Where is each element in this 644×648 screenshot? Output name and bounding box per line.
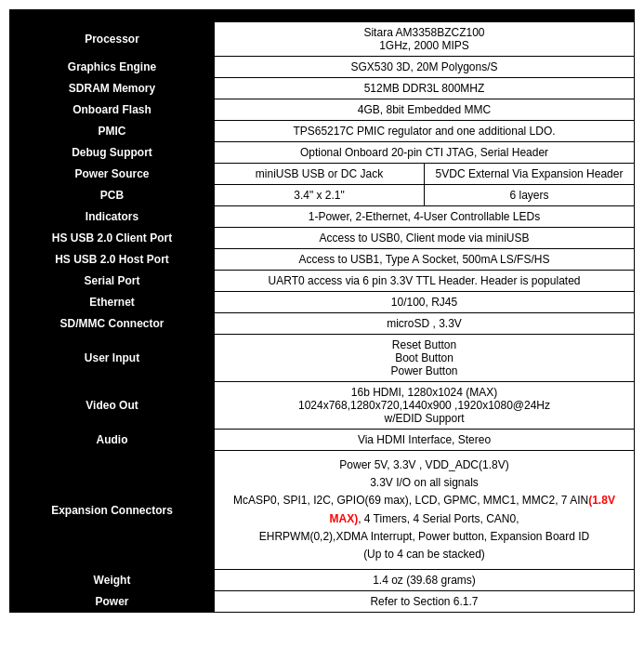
row-label: Power Source	[10, 164, 215, 185]
row-value: Access to USB0, Client mode via miniUSB	[215, 228, 635, 249]
expansion-line5: (Up to 4 can be stacked)	[222, 546, 626, 563]
row-value: Reset ButtonBoot ButtonPower Button	[215, 335, 635, 382]
row-label: HS USB 2.0 Client Port	[10, 228, 215, 249]
table-row: HS USB 2.0 Client PortAccess to USB0, Cl…	[10, 228, 635, 249]
row-value-col2: 6 layers	[425, 185, 635, 205]
table-row: User InputReset ButtonBoot ButtonPower B…	[10, 335, 635, 382]
table-header-row	[10, 10, 635, 22]
row-label: PCB	[10, 185, 215, 206]
table-row: Graphics EngineSGX530 3D, 20M Polygons/S	[10, 57, 635, 78]
row-label: Debug Support	[10, 142, 215, 164]
table-row: Expansion ConnectorsPower 5V, 3.3V , VDD…	[10, 451, 635, 570]
expansion-line4: EHRPWM(0,2),XDMA Interrupt, Power button…	[222, 528, 626, 546]
row-label: SD/MMC Connector	[10, 313, 215, 335]
row-value: Sitara AM3358BZCZ1001GHz, 2000 MIPS	[215, 22, 635, 57]
expansion-line3: McASP0, SPI1, I2C, GPIO(69 max), LCD, GP…	[222, 492, 626, 527]
table-row: Onboard Flash4GB, 8bit Embedded MMC	[10, 99, 635, 121]
row-label: Indicators	[10, 206, 215, 228]
row-value: Optional Onboard 20-pin CTI JTAG, Serial…	[215, 142, 635, 164]
table-row: Video Out16b HDMI, 1280x1024 (MAX)1024x7…	[10, 382, 635, 430]
row-label: Ethernet	[10, 292, 215, 313]
row-value: 3.4" x 2.1"6 layers	[215, 185, 635, 206]
table-row: HS USB 2.0 Host PortAccess to USB1, Type…	[10, 249, 635, 271]
row-label: Expansion Connectors	[10, 451, 215, 570]
table-row: Weight1.4 oz (39.68 grams)	[10, 570, 635, 591]
row-label: SDRAM Memory	[10, 78, 215, 99]
expansion-red-warning: (1.8V MAX)	[329, 494, 614, 524]
row-label: User Input	[10, 335, 215, 382]
table-row: SD/MMC ConnectormicroSD , 3.3V	[10, 313, 635, 335]
spec-table: ProcessorSitara AM3358BZCZ1001GHz, 2000 …	[9, 9, 635, 613]
row-label: Power	[10, 591, 215, 613]
row-label: Onboard Flash	[10, 99, 215, 121]
row-label: Processor	[10, 22, 215, 57]
feature-header	[10, 10, 635, 22]
row-label: Serial Port	[10, 271, 215, 292]
row-label: HS USB 2.0 Host Port	[10, 249, 215, 271]
row-value: microSD , 3.3V	[215, 313, 635, 335]
table-row: SDRAM Memory512MB DDR3L 800MHZ	[10, 78, 635, 99]
row-value: 512MB DDR3L 800MHZ	[215, 78, 635, 99]
row-value: 1.4 oz (39.68 grams)	[215, 570, 635, 591]
table-row: Serial PortUART0 access via 6 pin 3.3V T…	[10, 271, 635, 292]
row-value: UART0 access via 6 pin 3.3V TTL Header. …	[215, 271, 635, 292]
row-value-col1: 3.4" x 2.1"	[215, 185, 425, 205]
expansion-value: Power 5V, 3.3V , VDD_ADC(1.8V)3.3V I/O o…	[215, 451, 635, 570]
row-value-col2: 5VDC External Via Expansion Header	[425, 164, 635, 184]
row-value: miniUSB USB or DC Jack5VDC External Via …	[215, 164, 635, 185]
table-row: PMICTPS65217C PMIC regulator and one add…	[10, 121, 635, 142]
table-row: PowerRefer to Section 6.1.7	[10, 591, 635, 613]
row-value: 4GB, 8bit Embedded MMC	[215, 99, 635, 121]
table-row: PCB3.4" x 2.1"6 layers	[10, 185, 635, 206]
table-row: ProcessorSitara AM3358BZCZ1001GHz, 2000 …	[10, 22, 635, 57]
row-value: Access to USB1, Type A Socket, 500mA LS/…	[215, 249, 635, 271]
row-value: 1-Power, 2-Ethernet, 4-User Controllable…	[215, 206, 635, 228]
table-row: Indicators1-Power, 2-Ethernet, 4-User Co…	[10, 206, 635, 228]
row-value: SGX530 3D, 20M Polygons/S	[215, 57, 635, 78]
table-row: Ethernet10/100, RJ45	[10, 292, 635, 313]
row-value: Via HDMI Interface, Stereo	[215, 430, 635, 451]
row-value-col1: miniUSB USB or DC Jack	[215, 164, 425, 184]
row-value: 16b HDMI, 1280x1024 (MAX)1024x768,1280x7…	[215, 382, 635, 430]
row-value: TPS65217C PMIC regulator and one additio…	[215, 121, 635, 142]
table-row: Power SourceminiUSB USB or DC Jack5VDC E…	[10, 164, 635, 185]
row-value: Refer to Section 6.1.7	[215, 591, 635, 613]
expansion-line1: Power 5V, 3.3V , VDD_ADC(1.8V)	[222, 456, 626, 474]
table-row: Debug SupportOptional Onboard 20-pin CTI…	[10, 142, 635, 164]
row-label: Audio	[10, 430, 215, 451]
row-label: PMIC	[10, 121, 215, 142]
row-label: Weight	[10, 570, 215, 591]
row-value: 10/100, RJ45	[215, 292, 635, 313]
expansion-line2: 3.3V I/O on all signals	[222, 474, 626, 492]
row-label: Video Out	[10, 382, 215, 430]
table-row: AudioVia HDMI Interface, Stereo	[10, 430, 635, 451]
row-label: Graphics Engine	[10, 57, 215, 78]
